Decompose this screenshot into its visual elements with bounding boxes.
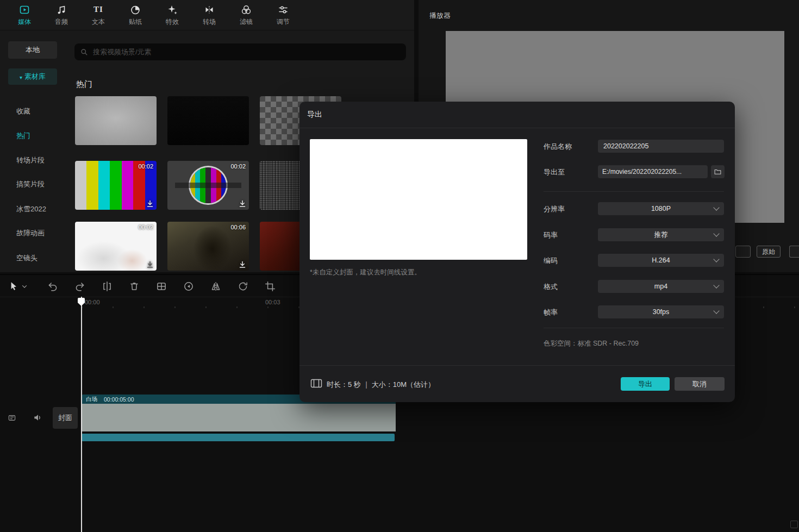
mirror-icon[interactable] [210, 280, 222, 292]
track-audio-strip[interactable] [82, 434, 395, 441]
topbar-tab-label: 媒体 [18, 17, 31, 27]
filter-icon [240, 4, 252, 16]
topbar-tab-label: 文本 [92, 17, 105, 27]
cover-button[interactable]: 封面 [53, 407, 78, 429]
format-label: 格式 [544, 282, 558, 292]
track-options-icon[interactable] [8, 414, 16, 422]
sidebar-item-empty-shot[interactable]: 空镜头 [0, 250, 64, 266]
sidebar-item-label: 素材库 [24, 72, 46, 82]
player-quality-button[interactable] [735, 246, 751, 258]
sidebar-item-library[interactable]: 素材库 [8, 68, 57, 85]
playhead-line[interactable] [81, 297, 82, 532]
track-label: 白场 [86, 396, 97, 403]
media-icon [18, 4, 30, 16]
name-label: 作品名称 [544, 142, 572, 152]
undo-icon[interactable] [47, 280, 59, 292]
topbar-tab-media[interactable]: 媒体 [13, 4, 36, 27]
search-bar[interactable] [74, 43, 406, 60]
divider [544, 328, 724, 328]
media-thumbnail[interactable] [75, 96, 157, 145]
section-title: 热门 [76, 79, 92, 90]
media-thumbnail[interactable] [167, 96, 249, 145]
sidebar-item-funny-clips[interactable]: 搞笑片段 [0, 176, 64, 192]
export-dialog: 导出 *未自定义封面，建议去时间线设置。 作品名称 导出至 E:/movies/… [299, 102, 735, 402]
crop-icon[interactable] [264, 280, 276, 292]
topbar-tab-text[interactable]: TI 文本 [86, 4, 110, 27]
media-thumbnail[interactable]: 00:02 [167, 161, 249, 210]
resolution-select[interactable]: 1080P [598, 202, 724, 215]
download-icon[interactable] [238, 199, 247, 208]
split-icon[interactable] [101, 280, 113, 292]
cover-preview[interactable] [310, 139, 527, 260]
chevron-down-icon [713, 204, 719, 210]
select-value: H.264 [652, 256, 670, 264]
freeze-frame-icon[interactable] [155, 280, 167, 292]
select-value: 30fps [653, 308, 670, 316]
export-meta: 时长：5 秒 ｜ 大小：10M（估计） [327, 380, 435, 390]
cover-note: *未自定义封面，建议去时间线设置。 [310, 268, 421, 277]
search-icon [80, 48, 88, 56]
format-select[interactable]: mp4 [598, 280, 724, 293]
track-clip-body[interactable] [82, 404, 396, 431]
divider [299, 128, 735, 128]
topbar-tab-label: 转场 [203, 17, 216, 27]
chevron-down-icon [713, 308, 719, 314]
topbar-tab-audio[interactable]: 音频 [49, 4, 73, 27]
sidebar-item-local[interactable]: 本地 [8, 41, 57, 59]
transition-icon [203, 4, 215, 16]
player-original-button[interactable]: 原始 [757, 246, 781, 258]
topbar-tab-adjust[interactable]: 调节 [271, 4, 295, 27]
track-time: 00:00:05:00 [104, 396, 134, 403]
framerate-label: 帧率 [544, 308, 558, 317]
search-input[interactable] [92, 47, 401, 57]
sidebar-item-ice-snow[interactable]: 冰雪2022 [0, 201, 64, 217]
topbar-tab-label: 音频 [55, 17, 68, 27]
media-thumbnail[interactable]: 00:02 [75, 161, 157, 210]
player-title: 播放器 [429, 11, 451, 21]
topbar-tab-sticker[interactable]: 贴纸 [123, 4, 147, 27]
bitrate-select[interactable]: 推荐 [598, 228, 724, 241]
sidebar-item-hot[interactable]: 热门 [0, 128, 64, 144]
browse-folder-button[interactable] [711, 165, 725, 178]
sidebar-item-glitch[interactable]: 故障动画 [0, 225, 64, 241]
redo-icon[interactable] [74, 280, 86, 292]
tool-dropdown-caret-icon[interactable] [21, 280, 28, 292]
select-tool-icon[interactable] [8, 280, 20, 292]
export-button[interactable]: 导出 [621, 377, 670, 391]
topbar-tab-effects[interactable]: 特效 [160, 4, 184, 27]
folder-icon [714, 168, 721, 175]
framerate-select[interactable]: 30fps [598, 305, 724, 318]
bitrate-label: 码率 [544, 230, 558, 240]
codec-select[interactable]: H.264 [598, 254, 724, 267]
rotate-icon[interactable] [237, 280, 249, 292]
media-thumbnail[interactable]: 00:02 [75, 222, 157, 271]
ruler-time-mid: 00:03 [265, 299, 280, 305]
download-icon[interactable] [238, 260, 247, 269]
ruler-time-start: 00:00 [85, 299, 100, 305]
app-root: 媒体 音频 TI 文本 贴纸 特效 转场 [0, 0, 799, 532]
caret-down-icon [20, 73, 22, 81]
select-value: mp4 [654, 283, 667, 290]
resize-handle-icon[interactable] [790, 521, 798, 528]
delete-icon[interactable] [128, 280, 140, 292]
topbar-tab-label: 贴纸 [129, 17, 142, 27]
cancel-button[interactable]: 取消 [675, 377, 725, 391]
export-path-value[interactable]: E:/movies/202202022205... [598, 165, 708, 178]
media-thumbnail[interactable]: 00:06 [167, 222, 249, 271]
path-label: 导出至 [544, 167, 565, 177]
mute-speaker-icon[interactable] [33, 412, 43, 423]
sticker-icon [129, 4, 141, 16]
sidebar-item-transition-clips[interactable]: 转场片段 [0, 152, 64, 168]
playhead-handle[interactable] [78, 298, 85, 306]
download-icon[interactable] [146, 260, 154, 269]
player-fit-button[interactable] [789, 246, 799, 258]
audio-icon [55, 4, 67, 16]
download-icon[interactable] [146, 199, 154, 208]
name-input[interactable] [598, 140, 724, 153]
select-value: 1080P [651, 205, 671, 212]
topbar-tab-filter[interactable]: 滤镜 [234, 4, 258, 27]
reverse-icon[interactable] [183, 280, 195, 292]
topbar-tab-transition[interactable]: 转场 [197, 4, 221, 27]
sidebar-item-favorites[interactable]: 收藏 [0, 103, 64, 120]
chevron-down-icon [713, 256, 719, 262]
